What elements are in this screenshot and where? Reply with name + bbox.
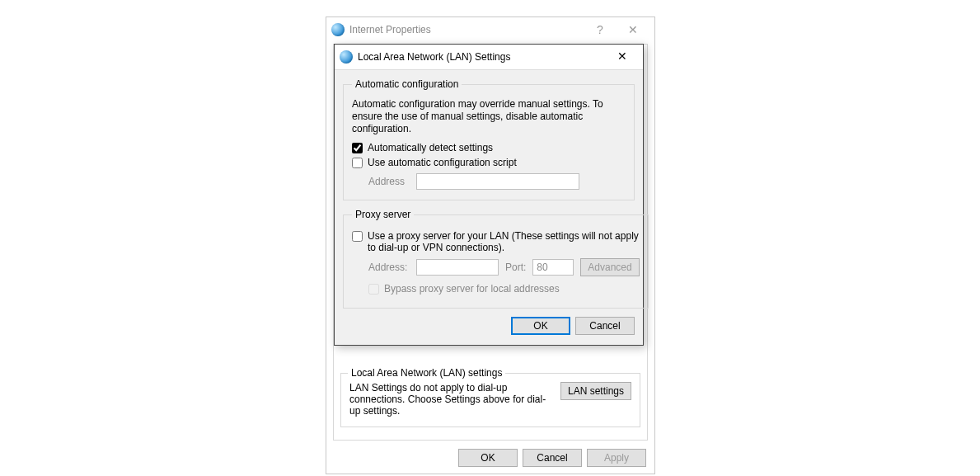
- globe-icon: [340, 50, 353, 64]
- proxy-address-input[interactable]: [416, 259, 499, 276]
- proxy-address-label: Address:: [368, 262, 410, 273]
- auto-script-checkbox[interactable]: [352, 158, 363, 168]
- dialog-titlebar: Local Area Network (LAN) Settings ✕: [335, 45, 643, 69]
- lan-group-text: LAN Settings do not apply to dial-up con…: [349, 382, 552, 417]
- lan-settings-group: Local Area Network (LAN) settings LAN Se…: [340, 373, 640, 427]
- dialog-buttons: OK Cancel: [343, 317, 635, 335]
- dialog-body: Automatic configuration Automatic config…: [335, 69, 643, 345]
- parent-ok-button[interactable]: OK: [458, 449, 518, 467]
- auto-address-input[interactable]: [416, 173, 579, 190]
- bypass-proxy-label: Bypass proxy server for local addresses: [384, 283, 560, 295]
- dialog-cancel-button[interactable]: Cancel: [575, 317, 635, 335]
- lan-settings-dialog: Local Area Network (LAN) Settings ✕ Auto…: [334, 44, 644, 346]
- help-button[interactable]: ?: [584, 23, 617, 36]
- auto-detect-label: Automatically detect settings: [368, 142, 493, 153]
- proxy-port-label: Port:: [505, 262, 526, 273]
- auto-description: Automatic configuration may override man…: [352, 98, 626, 135]
- lan-group-label: Local Area Network (LAN) settings: [348, 367, 505, 379]
- auto-script-label: Use automatic configuration script: [368, 157, 517, 168]
- auto-detect-checkbox-row[interactable]: Automatically detect settings: [352, 142, 626, 153]
- proxy-legend: Proxy server: [352, 209, 414, 220]
- bypass-proxy-checkbox-row[interactable]: Bypass proxy server for local addresses: [368, 283, 640, 295]
- use-proxy-checkbox-row[interactable]: Use a proxy server for your LAN (These s…: [352, 230, 640, 253]
- parent-titlebar: Internet Properties ? ✕: [326, 17, 654, 42]
- proxy-server-group: Proxy server Use a proxy server for your…: [343, 209, 649, 309]
- parent-cancel-button[interactable]: Cancel: [523, 449, 582, 467]
- automatic-configuration-group: Automatic configuration Automatic config…: [343, 78, 635, 200]
- globe-icon: [331, 23, 345, 36]
- parent-apply-button[interactable]: Apply: [587, 449, 646, 467]
- proxy-advanced-button[interactable]: Advanced: [580, 258, 639, 276]
- parent-buttons: OK Cancel Apply: [458, 449, 646, 467]
- bypass-proxy-checkbox[interactable]: [368, 284, 379, 295]
- auto-detect-checkbox[interactable]: [352, 143, 363, 153]
- auto-legend: Automatic configuration: [352, 78, 462, 90]
- auto-address-row: Address: [368, 173, 626, 190]
- auto-script-checkbox-row[interactable]: Use automatic configuration script: [352, 157, 626, 168]
- parent-title: Internet Properties: [349, 24, 584, 35]
- proxy-address-row: Address: Port: Advanced: [368, 258, 640, 276]
- proxy-port-input[interactable]: [532, 259, 574, 276]
- use-proxy-label: Use a proxy server for your LAN (These s…: [368, 230, 640, 253]
- dialog-ok-button[interactable]: OK: [511, 317, 570, 335]
- lan-settings-button[interactable]: LAN settings: [560, 382, 631, 400]
- dialog-close-button[interactable]: ✕: [605, 45, 640, 68]
- dialog-title: Local Area Network (LAN) Settings: [358, 51, 605, 63]
- parent-close-button[interactable]: ✕: [617, 23, 649, 36]
- auto-address-label: Address: [368, 176, 410, 187]
- use-proxy-checkbox[interactable]: [352, 231, 363, 242]
